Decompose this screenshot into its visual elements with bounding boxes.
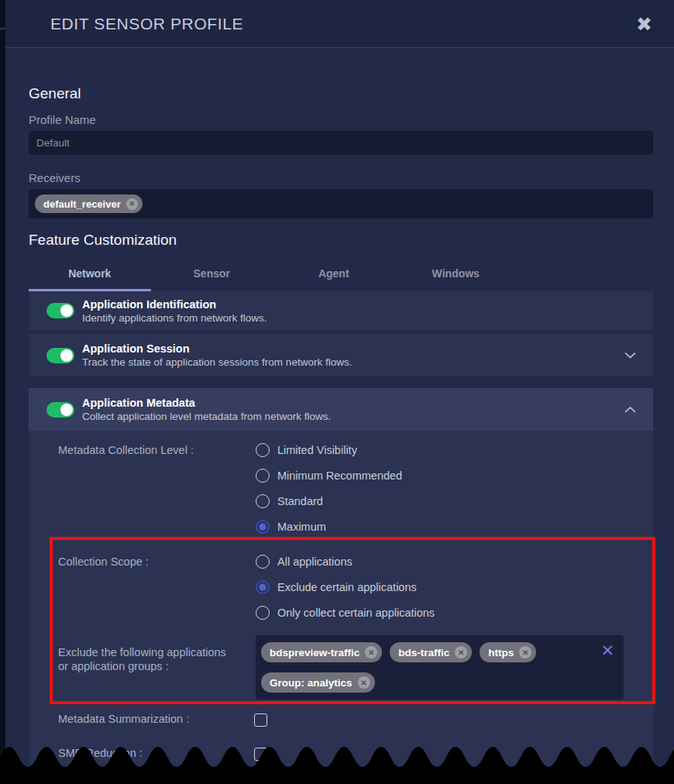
feature-name: Application Session	[82, 342, 352, 355]
radio-icon[interactable]	[256, 555, 270, 569]
radio-icon-selected[interactable]	[256, 520, 270, 534]
remove-tag-icon[interactable]: ✕	[358, 676, 370, 689]
feature-description: Track the state of application sessions …	[82, 356, 352, 368]
radio-only-collect-certain-applications[interactable]: Only collect certain applications	[256, 606, 435, 620]
toggle-knob	[60, 404, 73, 416]
radio-icon-selected[interactable]	[256, 580, 270, 594]
feature-row-application-session[interactable]: Application Session Track the state of a…	[29, 334, 653, 377]
exclude-list-label: Exclude the following applications or ap…	[58, 646, 229, 673]
profile-name-label: Profile Name	[29, 113, 653, 126]
radio-icon[interactable]	[256, 494, 270, 508]
feature-name: Application Identification	[82, 298, 267, 311]
chevron-up-icon[interactable]	[624, 406, 636, 413]
collection-level-radio-group: Limited Visibility Minimum Recommended S…	[256, 443, 402, 545]
tag-label: https	[488, 647, 514, 658]
modal-body: General Profile Name Default Receivers d…	[5, 85, 674, 784]
radio-icon[interactable]	[256, 469, 270, 483]
general-heading: General	[29, 85, 653, 102]
radio-label: Maximum	[277, 521, 326, 533]
metadata-summarization-checkbox[interactable]	[254, 714, 267, 727]
radio-minimum-recommended[interactable]: Minimum Recommended	[256, 469, 402, 483]
feature-text: Application Metadata Collect application…	[82, 397, 331, 422]
toggle-application-identification[interactable]	[46, 303, 74, 318]
tag-https: https ✕	[480, 642, 536, 662]
feature-text: Application Session Track the state of a…	[82, 342, 352, 368]
radio-all-applications[interactable]: All applications	[256, 555, 435, 569]
radio-limited-visibility[interactable]: Limited Visibility	[256, 443, 402, 457]
modal-title: EDIT SENSOR PROFILE	[50, 15, 243, 33]
receivers-input[interactable]: default_receiver ✕	[29, 189, 653, 218]
tag-label: bdspreview-traffic	[270, 647, 359, 658]
chevron-down-icon[interactable]	[624, 352, 636, 359]
feature-description: Identify applications from network flows…	[82, 312, 267, 324]
radio-exclude-certain-applications[interactable]: Exclude certain applications	[256, 580, 435, 594]
toggle-knob	[60, 349, 73, 362]
radio-standard[interactable]: Standard	[256, 494, 402, 508]
tab-sensor[interactable]: Sensor	[151, 256, 273, 291]
exclude-applications-input[interactable]: bdspreview-traffic ✕ bds-traffic ✕ https…	[256, 635, 624, 700]
radio-label: Exclude certain applications	[277, 581, 417, 593]
receivers-label: Receivers	[29, 171, 653, 184]
clear-all-icon[interactable]: ✕	[600, 641, 614, 660]
modal-header: EDIT SENSOR PROFILE ✖	[5, 0, 674, 48]
tag-group-analytics: Group: analytics ✕	[261, 672, 375, 693]
receiver-tag-label: default_receiver	[43, 198, 121, 210]
collection-level-label: Metadata Collection Level :	[58, 444, 194, 458]
radio-label: Standard	[277, 495, 323, 507]
radio-label: Only collect certain applications	[277, 607, 435, 619]
remove-tag-icon[interactable]: ✕	[126, 198, 138, 210]
smb-reduction-checkbox[interactable]	[254, 748, 267, 761]
tag-bds-traffic: bds-traffic ✕	[390, 642, 472, 662]
toggle-application-metadata[interactable]	[46, 402, 74, 418]
tab-network[interactable]: Network	[29, 256, 151, 291]
feature-row-application-identification: Application Identification Identify appl…	[29, 291, 653, 330]
exclude-tags: bdspreview-traffic ✕ bds-traffic ✕ https…	[261, 642, 593, 693]
radio-label: Minimum Recommended	[277, 469, 402, 482]
close-icon[interactable]: ✖	[636, 14, 652, 33]
remove-tag-icon[interactable]: ✕	[455, 646, 467, 658]
tab-agent[interactable]: Agent	[273, 256, 395, 291]
metadata-summarization-label: Metadata Summarization :	[58, 713, 189, 727]
tag-bdspreview-traffic: bdspreview-traffic ✕	[261, 642, 382, 662]
radio-label: Limited Visibility	[277, 444, 357, 456]
metadata-settings: Metadata Collection Level : Limited Visi…	[29, 431, 653, 784]
radio-icon[interactable]	[256, 606, 270, 620]
tab-windows[interactable]: Windows	[395, 256, 518, 291]
application-metadata-panel: Application Metadata Collect application…	[29, 388, 653, 784]
feature-tabs: Network Sensor Agent Windows	[29, 256, 517, 291]
profile-name-value: Default	[36, 137, 70, 149]
edit-sensor-profile-modal: EDIT SENSOR PROFILE ✖ General Profile Na…	[5, 0, 674, 784]
feature-description: Collect application level metadata from …	[82, 411, 331, 422]
radio-icon[interactable]	[256, 443, 270, 457]
feature-name: Application Metadata	[82, 397, 331, 409]
feature-row-application-metadata[interactable]: Application Metadata Collect application…	[29, 388, 653, 431]
tag-label: Group: analytics	[270, 677, 352, 689]
profile-name-input[interactable]: Default	[29, 131, 653, 155]
radio-label: All applications	[277, 555, 352, 568]
remove-tag-icon[interactable]: ✕	[365, 646, 377, 658]
feature-customization-heading: Feature Customization	[29, 232, 653, 249]
feature-text: Application Identification Identify appl…	[82, 298, 267, 324]
collection-scope-label: Collection Scope :	[58, 555, 149, 569]
radio-maximum[interactable]: Maximum	[256, 520, 402, 534]
collection-scope-radio-group: All applications Exclude certain applica…	[256, 555, 435, 631]
toggle-knob	[60, 304, 73, 317]
backdrop-artifact	[0, 28, 5, 29]
toggle-application-session[interactable]	[46, 348, 74, 363]
remove-tag-icon[interactable]: ✕	[519, 646, 531, 658]
smb-reduction-label: SMB Reduction :	[58, 747, 143, 761]
screen: EDIT SENSOR PROFILE ✖ General Profile Na…	[0, 0, 674, 784]
tag-label: bds-traffic	[398, 647, 449, 658]
receiver-tag: default_receiver ✕	[35, 194, 143, 213]
